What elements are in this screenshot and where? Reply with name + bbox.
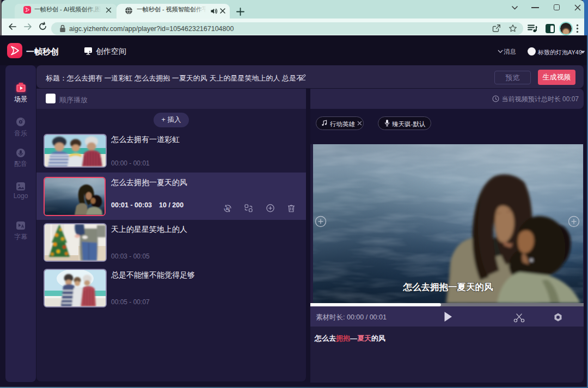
svg-text:怎么去拥抱一夏天的风: 怎么去拥抱一夏天的风	[403, 282, 494, 292]
svg-text:AI: AI	[225, 206, 230, 211]
